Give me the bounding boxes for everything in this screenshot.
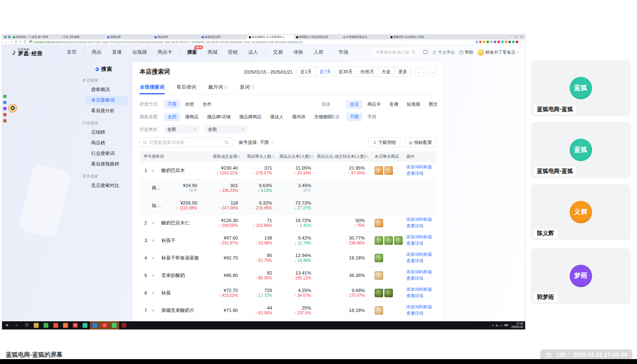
topnav-item[interactable]: 搜索 NEW (182, 49, 202, 56)
filter-chip[interactable]: 合作 (199, 100, 215, 109)
date-range-button[interactable]: 近30天 (335, 67, 356, 76)
sidebar-item[interactable]: 店铺榜 (85, 128, 128, 137)
filter-chip[interactable]: 搜达人 (266, 113, 287, 121)
add-word-link[interactable]: 添加词到标题 (406, 287, 436, 292)
shop-account[interactable]: 鲜食补丁零食店 ∨ (478, 49, 519, 56)
sort-icon[interactable]: ⇅ (272, 155, 275, 159)
url-text[interactable]: compass.jinritemai.com/shop/search/drain… (33, 41, 303, 44)
date-range-text[interactable]: 2025/01/15 - 2025/01/21 (244, 70, 293, 74)
topnav-item[interactable]: 达人 (243, 49, 263, 56)
participant-card-陈义辉[interactable]: 义辉 陈义辉 (531, 184, 631, 240)
browser-tab[interactable]: 搜索词01-合适商家-小荷花 (389, 35, 436, 39)
sidebar-item[interactable]: 行业搜索词 (85, 149, 128, 158)
product-thumbnail[interactable] (375, 271, 383, 280)
filter-chip[interactable]: 千川 (364, 113, 380, 121)
taskbar-icon-app-orange[interactable] (51, 321, 61, 329)
extension-icon[interactable] (516, 41, 518, 43)
filter-chip[interactable]: 搜内容 (288, 113, 309, 121)
extension-icon[interactable] (505, 41, 507, 43)
topnav-item[interactable]: 商品 (86, 49, 107, 56)
add-word-link[interactable]: 添加词到标题 (406, 252, 436, 257)
filter-chip[interactable]: 自营 (181, 100, 198, 109)
browser-tab[interactable]: 360精选-一个主页,整个世界 (11, 35, 59, 39)
extension-icon[interactable] (497, 41, 500, 43)
browser-menu-icon[interactable]: ⋮ (519, 40, 523, 44)
product-thumbnail[interactable] (375, 166, 383, 175)
taskbar-icon-app-dark[interactable] (119, 321, 129, 329)
help-link[interactable]: ? 帮助 (459, 50, 473, 55)
product-thumbnail[interactable] (384, 289, 393, 297)
filter-chip[interactable]: 不限 (164, 100, 180, 109)
chevron-icon[interactable]: ∨ (152, 238, 161, 242)
filter-chip[interactable]: 搜品牌商品 (236, 113, 265, 121)
view-detail-link[interactable]: 查看详情 (406, 258, 436, 264)
sidebar-item[interactable]: 竞店搜索对比 (85, 181, 128, 190)
sort-icon[interactable]: ⇅ (366, 155, 369, 159)
content-tab[interactable]: 看后搜词 (176, 81, 196, 94)
sidebar-item[interactable]: 行业搜索 (82, 120, 131, 126)
chevron-icon[interactable]: ∨ (152, 308, 161, 312)
browser-nav-icon[interactable]: ▢ (515, 35, 518, 39)
monkey-sticker-icon[interactable]: 🐵 (8, 104, 17, 113)
filter-chip[interactable]: 搜商品 (181, 113, 202, 121)
browser-nav-icon[interactable]: − (510, 35, 512, 39)
taskbar-icon-search[interactable]: ○ (12, 321, 22, 329)
filter-chip[interactable]: 搜品牌/店铺 (203, 113, 234, 121)
filter-chip[interactable]: 图文 (425, 100, 441, 109)
search-icon[interactable] (225, 141, 229, 144)
next-period-button[interactable]: → (428, 68, 436, 76)
tray-icon[interactable]: ▭ (500, 324, 502, 327)
browser-nav-icon[interactable]: ← (4, 40, 8, 44)
search-icon[interactable] (412, 50, 415, 54)
download-detail-button[interactable]: ↧ 下载明细 (369, 137, 400, 147)
participant-card-蓝狐电商-蓝狐[interactable]: 蓝狐 蓝狐电商-蓝狐 (531, 122, 631, 178)
add-word-link[interactable]: 添加词到标题 (406, 269, 436, 275)
filter-chip[interactable]: 商品卡 (364, 100, 384, 109)
keyword-search-input[interactable] (149, 140, 220, 145)
browser-tab[interactable]: 常有搜索页面定义 (342, 35, 389, 39)
date-range-button[interactable]: 更多 (394, 67, 411, 76)
view-detail-link[interactable]: 查看详情 (406, 311, 436, 316)
taskbar-icon-task-view[interactable]: ❒ (22, 321, 31, 329)
topnav-item[interactable]: 市场 (333, 49, 353, 56)
sidebar-item[interactable]: 竞争搜索 (82, 174, 131, 179)
taskbar-clock[interactable]: 17:43 2025/1/22 (510, 322, 523, 329)
account-select[interactable]: 账号选择: 不限 ∨ (239, 139, 273, 146)
content-tab[interactable]: 全部搜索词 (140, 81, 165, 94)
browser-nav-icon[interactable]: ✕ (520, 35, 523, 39)
message-icon[interactable] (423, 50, 428, 54)
tray-icon[interactable]: ◍ (495, 324, 498, 327)
tray-icon[interactable]: ∧ (492, 324, 494, 327)
topnav-item[interactable]: 短视频 (127, 49, 152, 56)
topnav-item[interactable] (331, 50, 331, 55)
product-thumbnail[interactable] (384, 236, 393, 245)
topnav-item[interactable]: 首页 (61, 49, 82, 56)
content-tab[interactable]: 飙升词 ⓘ (208, 81, 228, 94)
taskbar-icon-start[interactable]: ⊞ (2, 321, 12, 329)
user-center-link[interactable]: 个人中心 (432, 50, 455, 55)
participant-card-蓝狐电商-蓝狐[interactable]: 蓝狐 蓝狐电商-蓝狐 (531, 60, 631, 116)
taskbar-icon-firefox[interactable] (61, 321, 70, 329)
extension-icon[interactable] (490, 41, 493, 43)
view-detail-link[interactable]: 查看详情 (406, 223, 436, 229)
date-range-button[interactable]: 近1天 (297, 67, 316, 76)
tray-icon[interactable]: ⌨ (504, 324, 508, 327)
extension-icon[interactable] (486, 41, 489, 43)
extension-icon[interactable] (501, 41, 504, 43)
brand-logo[interactable]: ♪ 抖音电商 罗盘·经营 (12, 48, 43, 57)
topnav-item[interactable] (179, 50, 180, 55)
sidebar-item[interactable]: 本店搜索词 (85, 96, 128, 105)
view-detail-link[interactable]: 查看详情 (406, 241, 436, 246)
chevron-icon[interactable]: ∨ (152, 256, 161, 260)
filter-chip[interactable]: 直播 (386, 100, 402, 109)
dock-icon[interactable] (3, 95, 7, 98)
topnav-item[interactable]: 商品卡 (152, 49, 177, 56)
sidebar-item[interactable]: 看后搜分析 (85, 106, 128, 116)
metric-config-button[interactable]: ◎ 指标配置 (404, 137, 436, 147)
extension-icon[interactable] (483, 41, 485, 43)
sidebar-item[interactable]: 商品榜 (85, 138, 128, 148)
extension-icon[interactable] (476, 41, 478, 43)
sort-icon[interactable]: ⇅ (238, 155, 240, 159)
browser-tab[interactable]: 搜索运营 (106, 35, 153, 39)
keyword-search-box[interactable] (140, 137, 232, 147)
